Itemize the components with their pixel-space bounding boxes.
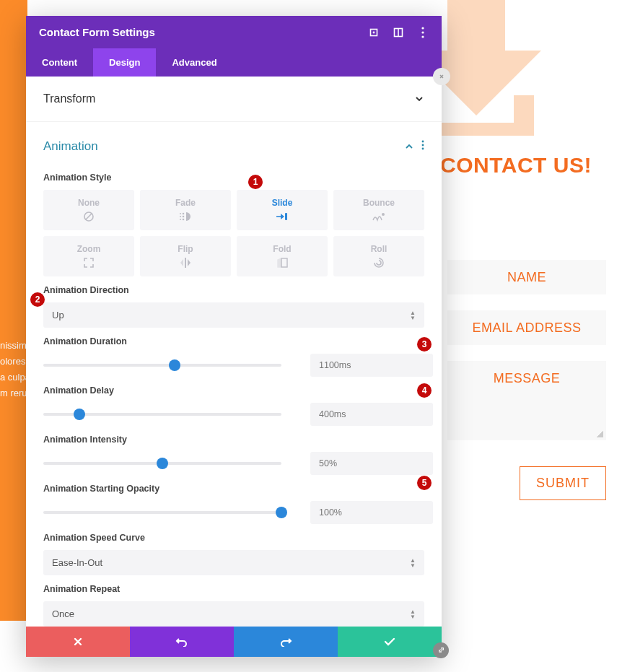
chevron-down-icon [414, 94, 424, 104]
animation-duration-slider[interactable] [43, 364, 281, 367]
svg-point-19 [183, 213, 185, 215]
settings-modal: Contact Form Settings Content Design Adv… [26, 16, 442, 657]
animation-opacity-slider[interactable] [43, 511, 281, 514]
section-menu-icon[interactable] [421, 140, 424, 153]
svg-point-16 [180, 213, 181, 214]
animation-style-label: Animation Style [43, 173, 424, 183]
flip-icon [178, 257, 193, 269]
svg-point-12 [422, 144, 424, 147]
svg-point-23 [382, 213, 385, 216]
select-carets-icon: ▲▼ [410, 558, 416, 568]
cancel-button[interactable] [26, 627, 130, 657]
annotation-badge-4: 4 [417, 383, 432, 398]
animation-header[interactable]: Animation [43, 132, 424, 164]
section-transform[interactable]: Transform [26, 77, 442, 122]
submit-button[interactable]: SUBMIT [520, 466, 606, 500]
annotation-badge-5: 5 [417, 476, 432, 490]
animation-duration-label: Animation Duration [43, 336, 424, 346]
kebab-menu-icon[interactable] [417, 27, 429, 38]
annotation-badge-3: 3 [417, 337, 432, 352]
animation-speed-curve-select[interactable]: Ease-In-Out ▲▼ [43, 550, 424, 575]
svg-point-8 [421, 31, 424, 33]
modal-body: Transform Animation Animation Style None… [26, 77, 442, 627]
undo-button[interactable] [130, 627, 234, 657]
email-field[interactable]: EMAIL ADDRESS [447, 310, 606, 345]
select-carets-icon: ▲▼ [410, 310, 416, 320]
animation-speed-curve-label: Animation Speed Curve [43, 533, 424, 543]
none-icon [82, 211, 96, 222]
annotation-badge-1: 1 [248, 175, 263, 189]
tab-advanced[interactable]: Advanced [156, 48, 232, 77]
style-bounce[interactable]: Bounce [333, 190, 424, 230]
modal-header: Contact Form Settings [26, 16, 442, 48]
animation-repeat-select[interactable]: Once ▲▼ [43, 601, 424, 627]
zoom-icon [82, 257, 96, 269]
svg-point-4 [373, 31, 375, 33]
animation-delay-label: Animation Delay [43, 385, 424, 396]
bounce-icon [372, 211, 386, 222]
select-carets-icon: ▲▼ [410, 609, 416, 619]
expand-icon[interactable] [368, 27, 380, 38]
slider-thumb[interactable] [169, 359, 180, 371]
style-slide[interactable]: Slide [237, 190, 328, 230]
section-animation: Animation Animation Style None Fade Slid… [26, 122, 442, 627]
animation-intensity-slider[interactable] [43, 462, 281, 465]
style-zoom[interactable]: Zoom [43, 236, 134, 276]
slide-icon [275, 211, 289, 222]
animation-opacity-label: Animation Starting Opacity [43, 484, 424, 494]
animation-direction-value: Up [52, 310, 64, 320]
animation-delay-input[interactable]: 400ms [310, 403, 433, 426]
svg-point-13 [422, 148, 424, 150]
message-field[interactable]: MESSAGE [447, 361, 606, 440]
style-fade[interactable]: Fade [140, 190, 231, 230]
animation-direction-label: Animation Direction [43, 285, 424, 295]
animation-intensity-label: Animation Intensity [43, 435, 424, 445]
chevron-up-icon[interactable] [404, 141, 414, 152]
svg-point-11 [422, 141, 424, 143]
animation-style-grid: None Fade Slide Bounce Zoom Flip Fold Ro… [43, 190, 424, 276]
modal-title: Contact Form Settings [39, 26, 155, 38]
svg-point-21 [183, 219, 185, 221]
svg-line-15 [86, 214, 92, 219]
animation-repeat-value: Once [52, 608, 74, 619]
confirm-button[interactable] [338, 627, 442, 657]
fade-icon [178, 211, 193, 222]
modal-footer [26, 627, 442, 657]
fold-icon [275, 257, 289, 269]
animation-intensity-input[interactable]: 50% [310, 452, 433, 475]
animation-duration-input[interactable]: 1100ms [310, 354, 433, 377]
animation-speed-curve-value: Ease-In-Out [52, 557, 102, 568]
modal-tabs: Content Design Advanced [26, 48, 442, 77]
left-orange-strip [0, 0, 27, 621]
animation-delay-slider[interactable] [43, 413, 281, 416]
svg-point-20 [183, 216, 185, 218]
style-roll[interactable]: Roll [333, 236, 424, 276]
contact-form-preview: NAME EMAIL ADDRESS MESSAGE SUBMIT [447, 260, 606, 500]
style-none[interactable]: None [43, 190, 134, 230]
name-field[interactable]: NAME [447, 260, 606, 294]
slider-thumb[interactable] [157, 458, 168, 469]
slider-thumb[interactable] [74, 409, 85, 420]
svg-rect-24 [185, 258, 186, 268]
tab-design[interactable]: Design [93, 48, 156, 77]
animation-repeat-label: Animation Repeat [43, 584, 424, 594]
slider-thumb[interactable] [276, 507, 287, 518]
animation-direction-select[interactable]: Up ▲▼ [43, 302, 424, 328]
contact-us-heading: CONTACT US! [440, 153, 592, 178]
section-transform-label: Transform [43, 92, 95, 105]
svg-point-7 [421, 27, 424, 29]
svg-rect-22 [285, 213, 287, 220]
animation-opacity-input[interactable]: 100% [310, 501, 433, 524]
svg-rect-25 [281, 258, 287, 267]
style-fold[interactable]: Fold [237, 236, 328, 276]
roll-icon [372, 257, 386, 269]
style-flip[interactable]: Flip [140, 236, 231, 276]
svg-point-18 [180, 219, 181, 220]
animation-title: Animation [43, 139, 98, 154]
svg-point-9 [421, 35, 424, 38]
tab-content[interactable]: Content [26, 48, 93, 77]
svg-point-17 [180, 216, 181, 217]
panel-layout-icon[interactable] [393, 27, 404, 38]
redo-button[interactable] [234, 627, 338, 657]
close-pill-icon[interactable] [433, 68, 450, 85]
